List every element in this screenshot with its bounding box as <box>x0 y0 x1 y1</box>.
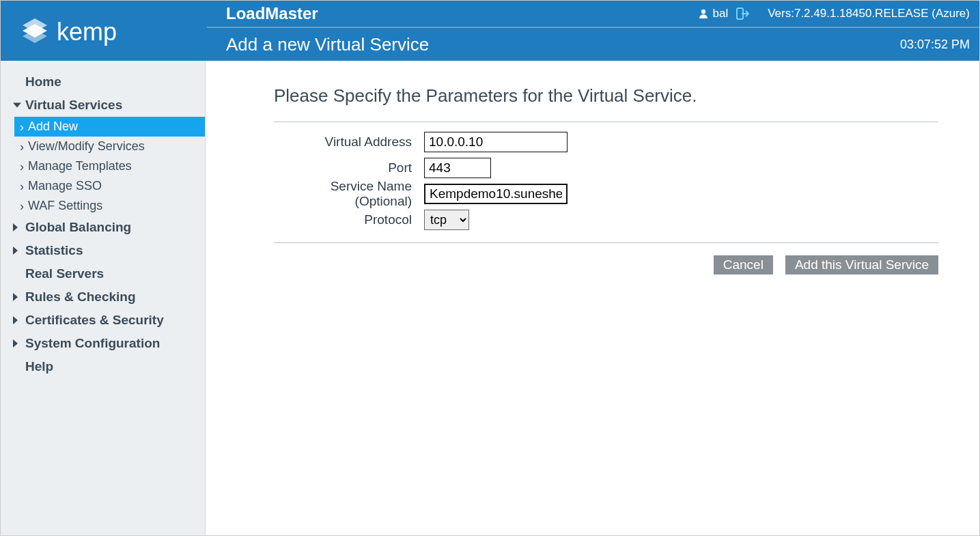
svg-text:kemp: kemp <box>57 18 117 46</box>
svg-point-1 <box>701 10 705 14</box>
sidebar-item-rules-checking[interactable]: Rules & Checking <box>1 285 205 309</box>
label-port: Port <box>274 160 424 175</box>
sidebar-item-certificates-security[interactable]: Certificates & Security <box>1 309 205 332</box>
sidebar-item-global-balancing[interactable]: Global Balancing <box>1 216 205 239</box>
sidebar-subitem-manage-templates[interactable]: Manage Templates <box>1 156 205 176</box>
sidebar-item-statistics[interactable]: Statistics <box>1 239 205 262</box>
row-port: Port <box>274 155 938 181</box>
label-virtual-address: Virtual Address <box>274 135 424 150</box>
button-row: Cancel Add this Virtual Service <box>274 242 938 274</box>
sidebar-subitem-add-new[interactable]: Add New <box>14 117 205 137</box>
sidebar: Home Virtual Services Add New View/Modif… <box>1 61 206 535</box>
sidebar-item-help[interactable]: Help <box>1 355 205 378</box>
header-right: LoadMaster bal Vers:7.2.49.1.18450.RELEA… <box>206 1 979 61</box>
label-protocol: Protocol <box>274 212 424 227</box>
content: Please Specify the Parameters for the Vi… <box>206 61 979 535</box>
header-bottom: Add a new Virtual Service 03:07:52 PM <box>207 28 979 61</box>
sidebar-subitem-view-modify[interactable]: View/Modify Services <box>1 137 205 156</box>
port-input[interactable] <box>424 158 491 178</box>
header-bar: kemp LoadMaster bal Vers:7.2.49.1.18450.… <box>1 1 979 61</box>
label-service-name: Service Name (Optional) <box>274 179 424 209</box>
row-virtual-address: Virtual Address <box>274 129 938 155</box>
user-area[interactable]: bal <box>698 7 729 20</box>
main: Home Virtual Services Add New View/Modif… <box>1 61 979 535</box>
form-heading: Please Specify the Parameters for the Vi… <box>274 85 938 122</box>
clock: 03:07:52 PM <box>900 38 970 52</box>
user-icon <box>698 8 709 19</box>
username: bal <box>713 7 729 20</box>
cancel-button[interactable]: Cancel <box>714 255 773 274</box>
service-name-input[interactable] <box>424 184 568 204</box>
virtual-address-input[interactable] <box>424 132 568 152</box>
page-title: Add a new Virtual Service <box>226 34 429 55</box>
sidebar-item-virtual-services[interactable]: Virtual Services <box>1 94 205 117</box>
sidebar-item-real-servers[interactable]: Real Servers <box>1 262 205 285</box>
product-name: LoadMaster <box>226 4 318 23</box>
row-protocol: Protocol tcp <box>274 207 938 233</box>
sidebar-item-home[interactable]: Home <box>1 70 205 94</box>
sidebar-subitem-waf-settings[interactable]: WAF Settings <box>1 196 205 216</box>
logo-area: kemp <box>1 1 206 61</box>
row-service-name: Service Name (Optional) <box>274 181 938 207</box>
header-status: bal Vers:7.2.49.1.18450.RELEASE (Azure) <box>698 7 970 20</box>
protocol-select[interactable]: tcp <box>424 210 469 230</box>
sidebar-subitem-manage-sso[interactable]: Manage SSO <box>1 176 205 196</box>
sidebar-item-system-configuration[interactable]: System Configuration <box>1 332 205 355</box>
add-virtual-service-button[interactable]: Add this Virtual Service <box>785 255 938 274</box>
logout-icon[interactable] <box>736 8 750 20</box>
header-top: LoadMaster bal Vers:7.2.49.1.18450.RELEA… <box>207 1 979 28</box>
kemp-logo-icon: kemp <box>14 12 151 50</box>
version-label: Vers:7.2.49.1.18450.RELEASE (Azure) <box>768 7 970 20</box>
